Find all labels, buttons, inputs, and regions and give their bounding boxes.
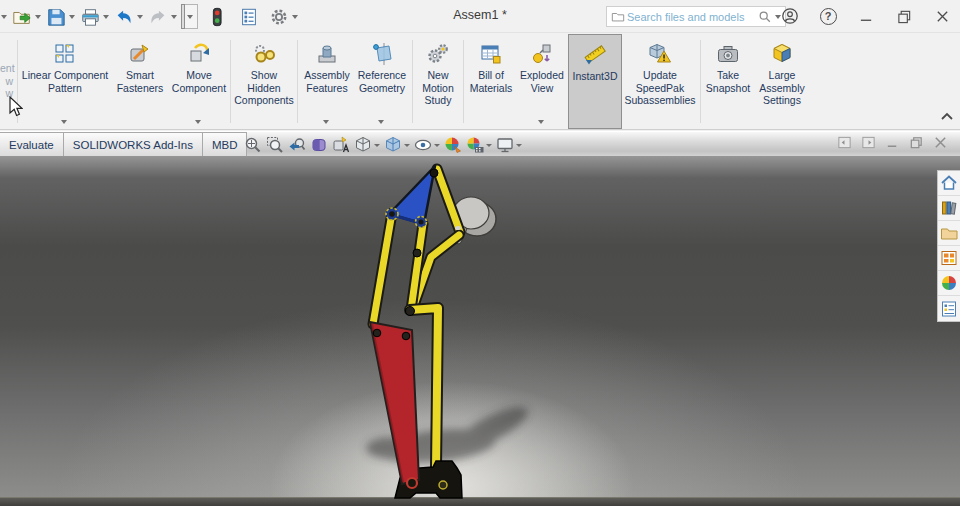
dropdown-caret[interactable] [538,120,544,124]
minimize-button[interactable] [854,4,878,28]
books-icon [940,199,958,217]
user-icon [781,7,799,25]
ribbon-group-separator [17,40,18,123]
dropdown-caret[interactable] [404,144,410,147]
ribbon-button-label: Reference Geometry [358,69,406,94]
ribbon-button-large-assembly-settings[interactable]: Large Assembly Settings [753,34,811,129]
open-button[interactable] [11,5,33,29]
ribbon-button-label: Show Hidden Components [234,69,294,107]
rebuild-button[interactable] [206,5,228,29]
apply-scene-button[interactable] [466,136,492,154]
previous-view-button[interactable] [288,136,306,154]
ribbon-button-exploded-view[interactable]: Exploded View [516,34,568,129]
ribbon-button-update-speedpak-subassemblies[interactable]: Update SpeedPak Subassemblies [622,34,698,129]
dynamic-annotation-views-button[interactable] [332,136,350,154]
print-icon [80,7,100,27]
design-library-tab[interactable] [938,196,960,221]
collapse-right-pane-button[interactable] [861,135,876,154]
search-box[interactable] [606,6,786,27]
appearances-scenes-tab[interactable] [938,271,960,296]
undo-button[interactable] [113,5,135,29]
close-button[interactable] [930,4,954,28]
ribbon-button-label: Update SpeedPak Subassemblies [624,69,695,107]
display-style-button[interactable] [384,136,410,154]
help-button[interactable]: ? [816,4,840,28]
zoom-to-fit-button[interactable] [244,136,262,154]
redo-dropdown-caret[interactable] [171,15,177,19]
command-tab-strip: Evaluate SOLIDWORKS Add-Ins MBD [0,131,960,156]
tab-mbd[interactable]: MBD [203,132,248,157]
file-properties-button[interactable] [238,5,260,29]
ribbon-button-show-hidden-components[interactable]: Show Hidden Components [233,34,295,129]
ribbon-button-reference-geometry[interactable]: Reference Geometry [354,34,410,129]
select-dropdown[interactable] [185,4,198,29]
undo-dropdown-caret[interactable] [137,15,143,19]
home-icon [940,174,958,192]
ribbon-button-smart-fasteners[interactable]: Smart Fasteners [110,34,170,129]
custom-properties-tab[interactable] [938,296,960,321]
ribbon-button-label: Linear Component Pattern [22,69,108,94]
restore-icon [897,9,912,24]
options-dropdown-caret[interactable] [292,15,298,19]
blue-triangle-plate[interactable] [386,166,438,228]
dropdown-caret[interactable] [378,120,384,124]
print-button[interactable] [79,5,101,29]
user-account-button[interactable] [778,4,802,28]
ribbon-button-label: Bill of Materials [470,69,513,94]
ribbon-group-separator [412,40,413,123]
dropdown-caret[interactable] [61,120,67,124]
ribbon-button-component-preview-clipped[interactable]: ent w w [0,34,15,129]
view-settings-button[interactable] [496,136,522,154]
redo-button[interactable] [147,5,169,29]
doc-close-button[interactable] [933,135,948,154]
ribbon-button-label: Smart Fasteners [117,69,164,94]
ribbon-button-instant3d[interactable]: Instant3D [568,34,622,129]
collapse-ribbon-chevron[interactable] [940,107,954,125]
print-dropdown-caret[interactable] [103,15,109,19]
document-window-controls [837,135,948,154]
hide-show-items-button[interactable] [414,136,440,154]
reference-geometry-icon [370,41,394,67]
save-button[interactable] [45,5,67,29]
save-icon [46,7,66,27]
dropdown-caret[interactable] [374,144,380,147]
select-dropdown-caret[interactable] [187,15,193,19]
dropdown-caret[interactable] [323,120,329,124]
graphics-viewport[interactable] [0,156,960,506]
tab-solidworks-add-ins[interactable]: SOLIDWORKS Add-Ins [64,132,203,157]
walking-linkage-model[interactable] [340,156,560,506]
restore-button[interactable] [892,4,916,28]
search-input[interactable] [625,10,758,24]
task-pane-tabs [937,170,960,322]
solidworks-resources-tab[interactable] [938,171,960,196]
dropdown-caret[interactable] [516,144,522,147]
ribbon-button-move-component[interactable]: Move Component [170,34,228,129]
dropdown-caret[interactable] [486,144,492,147]
tab-evaluate[interactable]: Evaluate [0,132,64,157]
doc-restore-button[interactable] [909,135,924,154]
search-icon[interactable] [758,10,772,24]
ribbon-button-take-snapshot[interactable]: Take Snapshot [703,34,753,129]
exploded-view-icon [530,41,554,67]
edit-appearance-button[interactable] [444,136,462,154]
dropdown-caret[interactable] [434,144,440,147]
collapse-left-pane-button[interactable] [837,135,852,154]
heads-up-view-toolbar [244,134,522,156]
save-dropdown-caret[interactable] [69,15,75,19]
ribbon-button-linear-component-pattern[interactable]: Linear Component Pattern [20,34,110,129]
section-view-button[interactable] [310,136,328,154]
new-dropdown-caret[interactable] [1,15,7,19]
display-style-icon [384,136,402,154]
red-link[interactable] [370,322,419,488]
ribbon-button-new-motion-study[interactable]: New Motion Study [415,34,461,129]
doc-minimize-button[interactable] [885,135,900,154]
file-explorer-tab[interactable] [938,221,960,246]
view-palette-tab[interactable] [938,246,960,271]
options-button[interactable] [268,5,290,29]
view-orientation-button[interactable] [354,136,380,154]
open-dropdown-caret[interactable] [35,15,41,19]
ribbon-button-bill-of-materials[interactable]: Bill of Materials [466,34,516,129]
dropdown-caret[interactable] [195,120,201,124]
ribbon-button-assembly-features[interactable]: Assembly Features [300,34,354,129]
zoom-to-area-button[interactable] [266,136,284,154]
